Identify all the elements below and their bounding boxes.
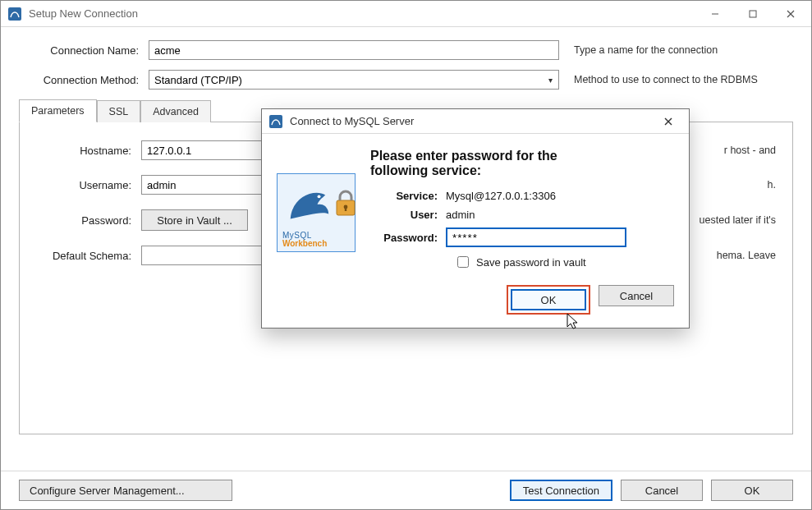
save-password-checkbox[interactable]	[457, 256, 469, 268]
main-footer: Configure Server Management... Test Conn…	[1, 471, 811, 509]
main-cancel-button[interactable]: Cancel	[621, 480, 703, 501]
service-label: Service:	[370, 190, 446, 202]
test-connection-button[interactable]: Test Connection	[510, 480, 612, 501]
default-schema-input[interactable]	[141, 246, 273, 265]
tab-parameters[interactable]: Parameters	[19, 99, 97, 122]
dialog-close-button[interactable]	[649, 109, 687, 134]
window-controls	[696, 2, 810, 26]
dialog-heading: Please enter password for the following …	[370, 149, 674, 178]
password-label: Password:	[36, 214, 135, 227]
ok-button-highlight: OK	[507, 285, 590, 315]
svg-point-8	[318, 195, 321, 198]
dialog-ok-button[interactable]: OK	[511, 289, 586, 310]
mysql-workbench-icon	[268, 114, 283, 129]
default-schema-hint-fragment: hema. Leave	[717, 250, 776, 261]
dialog-cancel-button[interactable]: Cancel	[599, 285, 674, 306]
tab-ssl[interactable]: SSL	[97, 100, 141, 122]
dialog-title: Connect to MySQL Server	[290, 115, 414, 127]
main-titlebar: Setup New Connection	[1, 1, 811, 27]
svg-rect-0	[8, 7, 21, 21]
lock-icon	[333, 189, 358, 221]
dialog-password-label: Password:	[370, 232, 446, 244]
svg-rect-11	[345, 207, 346, 211]
logo-brand-bottom: Workbench	[282, 240, 327, 248]
password-hint-fragment: uested later if it's	[700, 214, 776, 226]
hostname-input[interactable]	[141, 140, 273, 160]
workbench-logo: MySQL Workbench	[277, 173, 356, 252]
save-password-label: Save password in vault	[476, 256, 586, 269]
svg-rect-2	[750, 11, 756, 17]
connection-name-label: Connection Name:	[19, 44, 142, 57]
user-value: admin	[446, 209, 674, 221]
connect-to-mysql-dialog: Connect to MySQL Server MyS	[261, 108, 690, 329]
user-label: User:	[370, 209, 446, 221]
connection-name-input[interactable]	[149, 40, 559, 60]
hostname-hint-fragment: r host - and	[724, 145, 776, 156]
svg-rect-5	[269, 115, 282, 128]
connection-method-hint: Method to use to connect to the RDBMS	[574, 74, 758, 85]
dialog-titlebar: Connect to MySQL Server	[262, 109, 689, 134]
maximize-button[interactable]	[734, 2, 772, 26]
dialog-password-input[interactable]	[446, 227, 626, 247]
main-window-title: Setup New Connection	[29, 7, 138, 20]
configure-server-management-button[interactable]: Configure Server Management...	[19, 480, 232, 501]
username-input[interactable]	[141, 175, 273, 195]
default-schema-label: Default Schema:	[36, 250, 135, 262]
connection-name-hint: Type a name for the connection	[574, 44, 718, 56]
minimize-button[interactable]	[696, 2, 734, 26]
store-in-vault-button[interactable]: Store in Vault ...	[141, 209, 248, 231]
username-label: Username:	[36, 179, 135, 191]
service-value: Mysql@127.0.0.1:3306	[446, 190, 674, 202]
main-ok-button[interactable]: OK	[711, 480, 793, 501]
close-button[interactable]	[772, 2, 810, 26]
username-hint-fragment: h.	[768, 179, 776, 191]
connection-method-label: Connection Method:	[19, 74, 142, 86]
mysql-workbench-icon	[7, 7, 22, 21]
hostname-label: Hostname:	[36, 145, 135, 157]
connection-method-select[interactable]	[149, 70, 559, 90]
tab-advanced[interactable]: Advanced	[140, 100, 211, 122]
